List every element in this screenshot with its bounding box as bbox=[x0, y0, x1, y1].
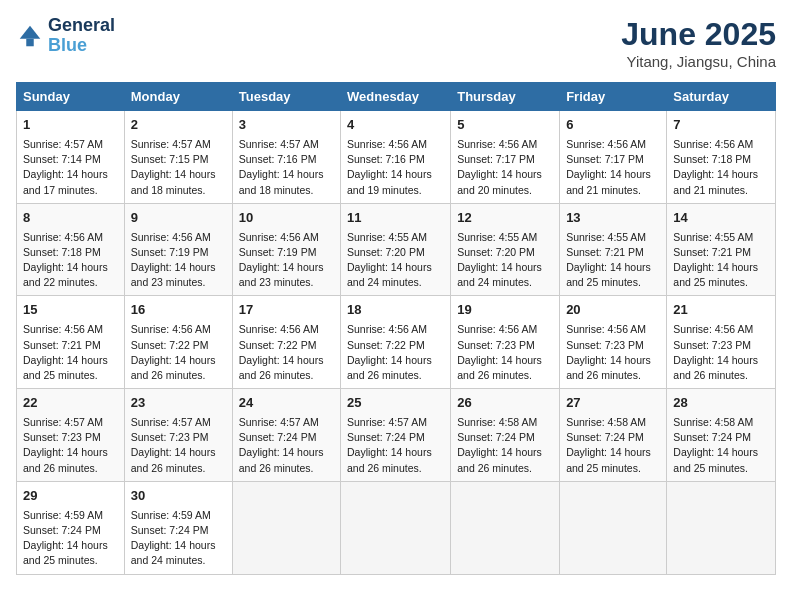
sunrise-label: Sunrise: 4:56 AM bbox=[23, 231, 103, 243]
sunset-label: Sunset: 7:16 PM bbox=[347, 153, 425, 165]
calendar-cell-9: 9 Sunrise: 4:56 AM Sunset: 7:19 PM Dayli… bbox=[124, 203, 232, 296]
sunset-label: Sunset: 7:22 PM bbox=[131, 339, 209, 351]
calendar-cell-5: 5 Sunrise: 4:56 AM Sunset: 7:17 PM Dayli… bbox=[451, 111, 560, 204]
sunset-label: Sunset: 7:23 PM bbox=[131, 431, 209, 443]
sunrise-label: Sunrise: 4:55 AM bbox=[566, 231, 646, 243]
sunset-label: Sunset: 7:16 PM bbox=[239, 153, 317, 165]
daylight-label: Daylight: 14 hours and 26 minutes. bbox=[347, 354, 432, 381]
calendar-cell-21: 21 Sunrise: 4:56 AM Sunset: 7:23 PM Dayl… bbox=[667, 296, 776, 389]
day-number: 11 bbox=[347, 209, 444, 228]
day-number: 24 bbox=[239, 394, 334, 413]
daylight-label: Daylight: 14 hours and 26 minutes. bbox=[239, 446, 324, 473]
sunset-label: Sunset: 7:24 PM bbox=[673, 431, 751, 443]
sunrise-label: Sunrise: 4:57 AM bbox=[239, 416, 319, 428]
sunrise-label: Sunrise: 4:58 AM bbox=[673, 416, 753, 428]
header-row: Sunday Monday Tuesday Wednesday Thursday… bbox=[17, 83, 776, 111]
calendar-cell-30: 30 Sunrise: 4:59 AM Sunset: 7:24 PM Dayl… bbox=[124, 481, 232, 574]
page-header: General Blue June 2025 Yitang, Jiangsu, … bbox=[16, 16, 776, 70]
daylight-label: Daylight: 14 hours and 24 minutes. bbox=[131, 539, 216, 566]
sunrise-label: Sunrise: 4:56 AM bbox=[347, 323, 427, 335]
day-number: 16 bbox=[131, 301, 226, 320]
daylight-label: Daylight: 14 hours and 25 minutes. bbox=[23, 354, 108, 381]
sunrise-label: Sunrise: 4:59 AM bbox=[131, 509, 211, 521]
day-number: 1 bbox=[23, 116, 118, 135]
col-wednesday: Wednesday bbox=[341, 83, 451, 111]
daylight-label: Daylight: 14 hours and 21 minutes. bbox=[566, 168, 651, 195]
sunrise-label: Sunrise: 4:56 AM bbox=[457, 138, 537, 150]
day-number: 9 bbox=[131, 209, 226, 228]
calendar-cell-6: 6 Sunrise: 4:56 AM Sunset: 7:17 PM Dayli… bbox=[560, 111, 667, 204]
sunset-label: Sunset: 7:23 PM bbox=[23, 431, 101, 443]
sunrise-label: Sunrise: 4:57 AM bbox=[131, 138, 211, 150]
sunrise-label: Sunrise: 4:55 AM bbox=[673, 231, 753, 243]
logo-icon bbox=[16, 22, 44, 50]
day-number: 6 bbox=[566, 116, 660, 135]
sunrise-label: Sunrise: 4:56 AM bbox=[457, 323, 537, 335]
calendar-cell-14: 14 Sunrise: 4:55 AM Sunset: 7:21 PM Dayl… bbox=[667, 203, 776, 296]
logo: General Blue bbox=[16, 16, 115, 56]
calendar-cell-8: 8 Sunrise: 4:56 AM Sunset: 7:18 PM Dayli… bbox=[17, 203, 125, 296]
daylight-label: Daylight: 14 hours and 26 minutes. bbox=[673, 354, 758, 381]
sunset-label: Sunset: 7:24 PM bbox=[239, 431, 317, 443]
daylight-label: Daylight: 14 hours and 23 minutes. bbox=[131, 261, 216, 288]
daylight-label: Daylight: 14 hours and 22 minutes. bbox=[23, 261, 108, 288]
sunrise-label: Sunrise: 4:56 AM bbox=[566, 138, 646, 150]
sunrise-label: Sunrise: 4:57 AM bbox=[23, 138, 103, 150]
day-number: 22 bbox=[23, 394, 118, 413]
col-monday: Monday bbox=[124, 83, 232, 111]
sunset-label: Sunset: 7:23 PM bbox=[566, 339, 644, 351]
calendar-cell-1: 1 Sunrise: 4:57 AM Sunset: 7:14 PM Dayli… bbox=[17, 111, 125, 204]
day-number: 8 bbox=[23, 209, 118, 228]
logo-text: General Blue bbox=[48, 16, 115, 56]
calendar-cell-20: 20 Sunrise: 4:56 AM Sunset: 7:23 PM Dayl… bbox=[560, 296, 667, 389]
sunset-label: Sunset: 7:23 PM bbox=[457, 339, 535, 351]
day-number: 29 bbox=[23, 487, 118, 506]
daylight-label: Daylight: 14 hours and 25 minutes. bbox=[566, 261, 651, 288]
sunrise-label: Sunrise: 4:56 AM bbox=[131, 323, 211, 335]
daylight-label: Daylight: 14 hours and 23 minutes. bbox=[239, 261, 324, 288]
col-saturday: Saturday bbox=[667, 83, 776, 111]
daylight-label: Daylight: 14 hours and 20 minutes. bbox=[457, 168, 542, 195]
sunset-label: Sunset: 7:18 PM bbox=[673, 153, 751, 165]
day-number: 28 bbox=[673, 394, 769, 413]
week-row-2: 8 Sunrise: 4:56 AM Sunset: 7:18 PM Dayli… bbox=[17, 203, 776, 296]
sunrise-label: Sunrise: 4:55 AM bbox=[457, 231, 537, 243]
sunrise-label: Sunrise: 4:59 AM bbox=[23, 509, 103, 521]
day-number: 19 bbox=[457, 301, 553, 320]
daylight-label: Daylight: 14 hours and 26 minutes. bbox=[131, 446, 216, 473]
day-number: 3 bbox=[239, 116, 334, 135]
empty-cell bbox=[232, 481, 340, 574]
sunrise-label: Sunrise: 4:56 AM bbox=[673, 323, 753, 335]
sunrise-label: Sunrise: 4:57 AM bbox=[23, 416, 103, 428]
sunset-label: Sunset: 7:22 PM bbox=[239, 339, 317, 351]
day-number: 12 bbox=[457, 209, 553, 228]
day-number: 4 bbox=[347, 116, 444, 135]
calendar-cell-4: 4 Sunrise: 4:56 AM Sunset: 7:16 PM Dayli… bbox=[341, 111, 451, 204]
sunrise-label: Sunrise: 4:58 AM bbox=[457, 416, 537, 428]
calendar-cell-27: 27 Sunrise: 4:58 AM Sunset: 7:24 PM Dayl… bbox=[560, 389, 667, 482]
daylight-label: Daylight: 14 hours and 26 minutes. bbox=[347, 446, 432, 473]
empty-cell bbox=[667, 481, 776, 574]
week-row-3: 15 Sunrise: 4:56 AM Sunset: 7:21 PM Dayl… bbox=[17, 296, 776, 389]
daylight-label: Daylight: 14 hours and 24 minutes. bbox=[457, 261, 542, 288]
daylight-label: Daylight: 14 hours and 17 minutes. bbox=[23, 168, 108, 195]
daylight-label: Daylight: 14 hours and 26 minutes. bbox=[457, 354, 542, 381]
calendar-cell-24: 24 Sunrise: 4:57 AM Sunset: 7:24 PM Dayl… bbox=[232, 389, 340, 482]
sunset-label: Sunset: 7:17 PM bbox=[457, 153, 535, 165]
sunset-label: Sunset: 7:22 PM bbox=[347, 339, 425, 351]
day-number: 17 bbox=[239, 301, 334, 320]
calendar-cell-19: 19 Sunrise: 4:56 AM Sunset: 7:23 PM Dayl… bbox=[451, 296, 560, 389]
daylight-label: Daylight: 14 hours and 19 minutes. bbox=[347, 168, 432, 195]
sunset-label: Sunset: 7:24 PM bbox=[347, 431, 425, 443]
day-number: 13 bbox=[566, 209, 660, 228]
daylight-label: Daylight: 14 hours and 26 minutes. bbox=[23, 446, 108, 473]
day-number: 14 bbox=[673, 209, 769, 228]
sunset-label: Sunset: 7:20 PM bbox=[347, 246, 425, 258]
empty-cell bbox=[451, 481, 560, 574]
sunset-label: Sunset: 7:24 PM bbox=[457, 431, 535, 443]
calendar-subtitle: Yitang, Jiangsu, China bbox=[621, 53, 776, 70]
calendar-cell-23: 23 Sunrise: 4:57 AM Sunset: 7:23 PM Dayl… bbox=[124, 389, 232, 482]
svg-marker-0 bbox=[20, 26, 41, 39]
sunset-label: Sunset: 7:15 PM bbox=[131, 153, 209, 165]
sunset-label: Sunset: 7:19 PM bbox=[131, 246, 209, 258]
